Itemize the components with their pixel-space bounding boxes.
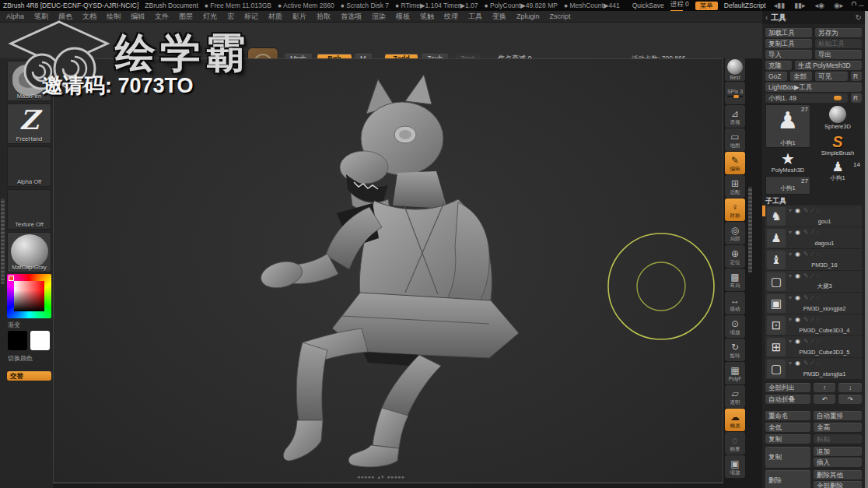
persp-button[interactable]: ⊿ 透视 [725, 105, 745, 128]
menu-material[interactable]: 材质 [268, 12, 282, 22]
chevron-down-icon[interactable]: ▾ [789, 294, 792, 301]
lightbox-tool-button[interactable]: LightBox▶工具 [765, 83, 862, 92]
chevron-down-icon[interactable]: ▾ [789, 207, 792, 214]
eye-icon[interactable]: ◉ [795, 272, 800, 279]
next-doc-icon[interactable]: ▮▮▸ [793, 2, 807, 9]
duplicate-button[interactable]: 复制 [765, 447, 810, 468]
menu-macro[interactable]: 宏 [227, 12, 234, 22]
pen-icon[interactable]: ∕ [812, 272, 813, 279]
goz-r-button[interactable]: R [851, 72, 862, 81]
paint-icon[interactable]: ✎ [803, 316, 809, 323]
ring-icon[interactable]: ◌ [816, 360, 820, 367]
view-next-icon[interactable]: ◉▸ [832, 2, 845, 9]
delete-all-button[interactable]: 全部删除 [814, 481, 862, 488]
edit-mode-button[interactable]: ✎ 编辑 [725, 152, 745, 174]
menu-draw[interactable]: 绘制 [107, 12, 121, 22]
auto-collapse-button[interactable]: 自动折叠 [765, 395, 810, 404]
paste-subtool-button[interactable]: 粘贴 [814, 434, 862, 444]
paint-icon[interactable]: ✎ [803, 251, 809, 258]
view-prev-icon[interactable]: ◂◉ [814, 2, 826, 9]
subtool-up-button[interactable]: ↑ [814, 383, 835, 392]
menu-movie[interactable]: 影片 [292, 12, 306, 22]
subtool-row-xiongjia1[interactable]: ▢ ▾◉✎∕◌ PM3D_xiongjia1 [765, 358, 862, 380]
spix-slider[interactable]: SPix 3 [725, 82, 745, 104]
redo-arrow-button[interactable]: ↷ [838, 395, 862, 404]
chevron-down-icon[interactable]: ▾ [789, 251, 792, 258]
doc-zoom-button[interactable]: ▣ 缩放 [725, 455, 745, 478]
panel-divider[interactable] [748, 187, 752, 272]
menu-preferences[interactable]: 首选项 [341, 12, 362, 22]
pen-icon[interactable]: ∕ [812, 294, 813, 301]
make-polymesh3d-button[interactable]: 生成 PolyMesh3D [795, 61, 862, 70]
menu-stroke[interactable]: 笔触 [420, 12, 434, 22]
menus-toggle-button[interactable]: 菜单 [695, 2, 718, 10]
all-low-button[interactable]: 全低 [765, 423, 810, 432]
eye-icon[interactable]: ◉ [795, 338, 800, 345]
slider-r-button[interactable]: R [851, 93, 862, 103]
symmetry-button[interactable]: ♀ 对称 [725, 198, 745, 221]
quicksave-button[interactable]: QuickSave [632, 2, 664, 9]
eye-icon[interactable]: ◉ [795, 316, 800, 323]
ring-icon[interactable]: ◌ [816, 229, 820, 236]
eye-icon[interactable]: ◉ [795, 229, 800, 236]
menu-render[interactable]: 渲染 [372, 12, 386, 22]
eye-icon[interactable]: ◉ [795, 360, 800, 367]
paint-icon[interactable]: ✎ [803, 360, 809, 367]
tool-item-dog-small[interactable]: ♟ 14 小狗1 [814, 160, 862, 182]
pen-icon[interactable]: ∕ [812, 251, 813, 258]
menu-zplugin[interactable]: Zplugin [516, 12, 540, 20]
subtool-row-xiongjia2[interactable]: ▣ ▾◉✎∕◌ PM3D_xiongjia2 [765, 293, 862, 314]
rename-button[interactable]: 重命名 [765, 411, 810, 420]
delete-button[interactable]: 删除 [765, 470, 810, 488]
eye-icon[interactable]: ◉ [795, 207, 800, 214]
pen-icon[interactable]: ∕ [812, 360, 813, 367]
brush-selector[interactable]: MaskPen [7, 61, 51, 101]
tray-divider[interactable] [1, 198, 5, 284]
menu-texture[interactable]: 纹理 [444, 12, 458, 22]
menu-marker[interactable]: 标记 [244, 12, 258, 22]
scroll-updown-arrows[interactable]: ▴▾ [378, 474, 385, 480]
ring-icon[interactable]: ◌ [816, 316, 820, 323]
alt-color-button[interactable]: 交替 [7, 371, 51, 381]
pen-icon[interactable]: ∕ [812, 338, 813, 345]
paste-tool-button[interactable]: 粘贴工具 [815, 39, 862, 48]
tool-item-dog-prev[interactable]: 27 小狗1 [765, 176, 810, 195]
menu-transform[interactable]: 变换 [492, 12, 506, 22]
local-button[interactable]: ◎ 局部 [725, 222, 745, 244]
alpha-selector[interactable]: Alpha Off [7, 146, 51, 187]
subtool-row-cube3d34[interactable]: ⊡ ▾◉✎∕◌ PM3D_Cube3D3_4 [765, 314, 862, 336]
ring-icon[interactable]: ◌ [816, 338, 820, 345]
menu-color[interactable]: 颜色 [58, 12, 72, 22]
rotate-button[interactable]: ↻ 旋转 [725, 339, 745, 361]
transparency-button[interactable]: ▱ 透明 [725, 385, 745, 408]
chevron-down-icon[interactable]: ▾ [789, 360, 792, 367]
secondary-color-swatch[interactable] [30, 331, 50, 350]
chevron-down-icon[interactable]: ▾ [789, 229, 792, 236]
palette-scrollbar[interactable] [865, 11, 868, 488]
save-as-button[interactable]: 另存为 [815, 28, 862, 37]
copy-subtool-button[interactable]: 复制 [765, 434, 810, 444]
menu-picker[interactable]: 拾取 [317, 12, 331, 22]
layout-button[interactable]: ▩ 布局 [725, 269, 745, 291]
ring-icon[interactable]: ◌ [816, 207, 820, 214]
menu-document[interactable]: 文档 [82, 12, 96, 22]
menu-alpha[interactable]: Alpha [6, 12, 24, 20]
menu-tool[interactable]: 工具 [468, 12, 482, 22]
palette-collapse-icon[interactable]: ‹ [765, 13, 768, 22]
pen-icon[interactable]: ∕ [812, 316, 813, 323]
sculpt-canvas[interactable]: ◂◂◂◂◂ ▴▾ ▸▸▸▸▸ [53, 58, 723, 483]
menu-edit[interactable]: 编辑 [131, 12, 145, 22]
gyro-button[interactable]: ⊕ 定位 [725, 245, 745, 268]
ghost-button[interactable]: ☁ 幽灵 [725, 409, 745, 431]
paint-icon[interactable]: ✎ [803, 229, 809, 236]
scroll-left-arrows[interactable]: ◂◂◂◂◂ [357, 474, 375, 480]
chevron-down-icon[interactable]: ▾ [789, 272, 792, 279]
subtool-row-gou1[interactable]: ♞ ▾◉✎∕◌ gou1 [765, 205, 862, 227]
paint-icon[interactable]: ✎ [803, 294, 809, 301]
pen-icon[interactable]: ∕ [812, 229, 813, 236]
active-tool-slider[interactable]: 小狗1. 49 [765, 93, 848, 103]
list-all-button[interactable]: 全部列出 [765, 383, 810, 392]
tool-item-simplebrush[interactable]: S SimpleBrush [814, 134, 862, 156]
import-button[interactable]: 导入 [765, 50, 812, 59]
tool-palette-header[interactable]: ‹ 工具 ↻ [762, 11, 865, 24]
